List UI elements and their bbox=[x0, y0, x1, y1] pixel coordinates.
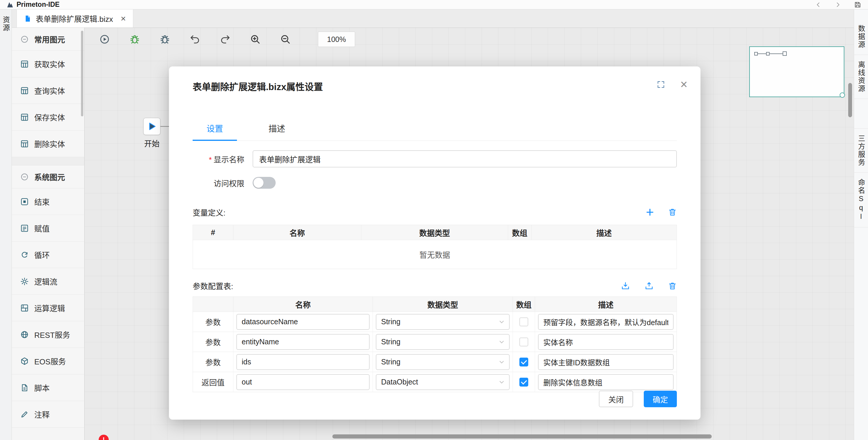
zoom-out-button[interactable] bbox=[279, 33, 291, 45]
palette-item-end[interactable]: 结束 bbox=[12, 188, 84, 215]
operation-icon bbox=[20, 304, 29, 312]
dialog-tab-description[interactable]: 描述 bbox=[255, 122, 299, 140]
palette-section-label: 常用图元 bbox=[34, 34, 65, 44]
tab-close-icon[interactable]: × bbox=[121, 14, 126, 23]
titlebar: Primeton-IDE bbox=[0, 0, 868, 9]
minimap[interactable] bbox=[749, 46, 844, 97]
display-name-input[interactable] bbox=[253, 150, 677, 167]
bizx-file-icon bbox=[24, 15, 32, 23]
palette-item-label: 获取实体 bbox=[34, 59, 65, 69]
required-mark: * bbox=[209, 155, 212, 164]
right-rail-tab-datasource[interactable]: 数据源 bbox=[854, 19, 868, 55]
palette-sidebar: 常用图元 获取实体 查询实体 保存实体 bbox=[12, 28, 85, 440]
run-button[interactable] bbox=[99, 33, 111, 45]
param-array-checkbox[interactable] bbox=[519, 378, 528, 386]
right-rail-tab-third-party-services[interactable]: 三方服务 bbox=[854, 128, 868, 173]
right-rail-tab-label: 数据源 bbox=[856, 25, 866, 49]
param-desc-input[interactable] bbox=[538, 374, 674, 390]
access-toggle[interactable] bbox=[253, 177, 276, 189]
chevron-down-icon bbox=[498, 318, 505, 326]
entity-grid-icon bbox=[20, 60, 29, 68]
palette-item-label: 结束 bbox=[34, 196, 50, 207]
palette-item-get-entity[interactable]: 获取实体 bbox=[12, 51, 84, 77]
delete-variable-icon[interactable] bbox=[668, 208, 677, 216]
editor-tab-active[interactable]: 表单删除扩展逻辑.bizx × bbox=[17, 9, 133, 28]
delete-param-icon[interactable] bbox=[668, 281, 677, 290]
param-name-input[interactable] bbox=[236, 334, 370, 350]
param-type-value: String bbox=[381, 357, 400, 366]
export-icon[interactable] bbox=[644, 281, 654, 290]
params-actions bbox=[621, 281, 677, 290]
param-desc-input[interactable] bbox=[538, 314, 674, 330]
param-array-checkbox[interactable] bbox=[519, 338, 528, 346]
fullscreen-icon[interactable] bbox=[656, 80, 665, 89]
param-array-checkbox[interactable] bbox=[519, 317, 528, 326]
vertical-scrollbar[interactable] bbox=[848, 83, 852, 117]
palette-item-comment[interactable]: 注释 bbox=[12, 401, 84, 428]
palette-scrollbar[interactable] bbox=[81, 31, 83, 116]
dialog-close-icon[interactable]: × bbox=[680, 78, 687, 91]
ok-button[interactable]: 确定 bbox=[644, 391, 677, 407]
undo-button[interactable] bbox=[189, 33, 201, 45]
palette-item-save-entity[interactable]: 保存实体 bbox=[12, 104, 84, 130]
save-icon[interactable] bbox=[854, 1, 862, 8]
param-name-input[interactable] bbox=[236, 314, 370, 330]
script-icon bbox=[20, 383, 29, 392]
right-rail-tab-offline-resources[interactable]: 离线资源 bbox=[854, 55, 868, 99]
cube-icon bbox=[20, 357, 29, 366]
palette-item-rest-service[interactable]: REST服务 bbox=[12, 321, 84, 348]
zoom-level[interactable]: 100% bbox=[318, 32, 355, 47]
param-kind: 参数 bbox=[193, 352, 234, 372]
variables-title: 变量定义: bbox=[193, 207, 225, 218]
palette-item-loop[interactable]: 循环 bbox=[12, 242, 84, 268]
param-type-select[interactable]: String bbox=[376, 314, 509, 330]
param-type-select[interactable]: String bbox=[376, 354, 509, 370]
minimap-resize-handle[interactable] bbox=[840, 92, 845, 98]
param-name-input[interactable] bbox=[236, 374, 370, 390]
globe-icon bbox=[20, 330, 29, 339]
close-button[interactable]: 关闭 bbox=[599, 391, 633, 407]
entity-grid-icon bbox=[20, 113, 29, 122]
empty-state: 暂无数据 bbox=[193, 240, 677, 269]
dialog-tab-settings[interactable]: 设置 bbox=[193, 122, 237, 140]
palette-item-operation-logic[interactable]: 运算逻辑 bbox=[12, 295, 84, 321]
import-icon[interactable] bbox=[621, 281, 630, 290]
redo-icon bbox=[219, 34, 231, 45]
test-debug-button[interactable] bbox=[159, 33, 171, 45]
palette-item-query-entity[interactable]: 查询实体 bbox=[12, 77, 84, 104]
start-node-label: 开始 bbox=[138, 137, 165, 149]
param-desc-input[interactable] bbox=[538, 334, 674, 350]
param-type-select[interactable]: DataObject bbox=[376, 374, 509, 390]
palette-item-delete-entity[interactable]: 删除实体 bbox=[12, 130, 84, 157]
error-badge[interactable]: ! bbox=[99, 435, 109, 440]
palette-item-logic-flow[interactable]: 逻辑流 bbox=[12, 268, 84, 295]
start-node[interactable] bbox=[143, 118, 160, 135]
nav-forward-icon[interactable] bbox=[834, 1, 841, 8]
params-table: 名称 数据类型 数组 描述 参数 String bbox=[193, 296, 677, 392]
palette-section-common[interactable]: 常用图元 bbox=[12, 28, 84, 51]
add-variable-icon[interactable]: + bbox=[646, 205, 654, 219]
param-name-input[interactable] bbox=[236, 354, 370, 370]
loop-icon bbox=[20, 250, 29, 259]
right-rail-tab-named-sql[interactable]: 命名Sql bbox=[854, 173, 868, 227]
debug-button[interactable] bbox=[129, 33, 141, 45]
left-rail-tab-resources[interactable]: 资源 bbox=[1, 16, 11, 34]
left-rail: 资源 bbox=[0, 9, 12, 440]
titlebar-actions bbox=[815, 1, 862, 8]
param-type-select[interactable]: String bbox=[376, 334, 509, 350]
bug-gray-icon bbox=[159, 34, 170, 45]
play-icon bbox=[147, 121, 157, 132]
palette-item-eos-service[interactable]: EOS服务 bbox=[12, 348, 84, 374]
param-desc-input[interactable] bbox=[538, 354, 674, 370]
param-array-checkbox[interactable] bbox=[519, 357, 528, 367]
horizontal-scrollbar[interactable] bbox=[332, 434, 712, 439]
palette-item-script[interactable]: 脚本 bbox=[12, 374, 84, 401]
nav-back-icon[interactable] bbox=[815, 1, 822, 8]
palette-section-system[interactable]: 系统图元 bbox=[12, 165, 84, 188]
redo-button[interactable] bbox=[219, 33, 231, 45]
run-icon bbox=[99, 34, 110, 45]
param-type-value: String bbox=[381, 338, 400, 346]
palette-item-label: 循环 bbox=[34, 249, 50, 260]
zoom-in-button[interactable] bbox=[249, 33, 261, 45]
palette-item-assign[interactable]: 赋值 bbox=[12, 215, 84, 242]
